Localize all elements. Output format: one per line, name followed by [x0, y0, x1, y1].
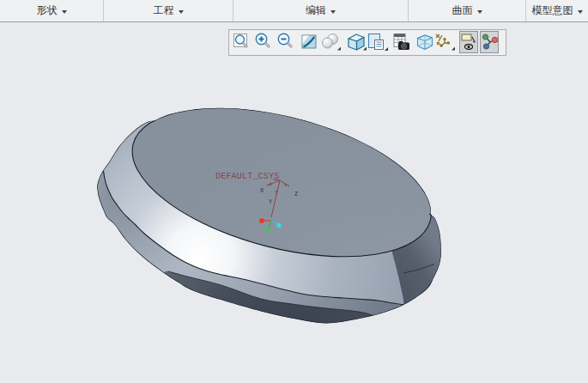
svg-text:DEFAULT_CSYS: DEFAULT_CSYS [215, 172, 279, 181]
svg-text:Z: Z [294, 191, 298, 198]
